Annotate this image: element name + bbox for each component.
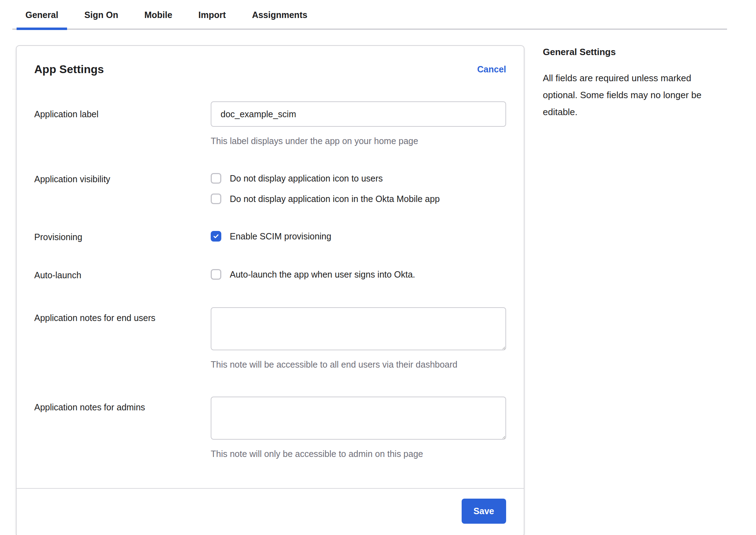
application-label-label: Application label: [34, 101, 211, 146]
form-row-application-visibility: Application visibility Do not display ap…: [34, 173, 506, 204]
visibility-users-option-label: Do not display application icon to users: [230, 173, 383, 184]
form-row-application-label: Application label This label displays un…: [34, 101, 506, 146]
auto-launch-option-label: Auto-launch the app when user signs into…: [230, 269, 415, 280]
application-label-input[interactable]: [211, 101, 506, 127]
tab-bar: General Sign On Mobile Import Assignment…: [12, 0, 727, 30]
enable-scim-option-label: Enable SCIM provisioning: [230, 231, 331, 242]
notes-admins-textarea[interactable]: [211, 397, 506, 440]
cancel-link[interactable]: Cancel: [477, 64, 506, 75]
checkbox-unchecked-icon[interactable]: [211, 173, 221, 184]
notes-admins-label: Application notes for admins: [34, 397, 211, 459]
form-row-auto-launch: Auto-launch Auto-launch the app when use…: [34, 269, 506, 280]
checkbox-checked-icon[interactable]: [211, 231, 221, 242]
save-button[interactable]: Save: [462, 499, 506, 524]
enable-scim-option[interactable]: Enable SCIM provisioning: [211, 231, 506, 242]
card-header: App Settings Cancel: [34, 63, 506, 76]
help-sidebar-body: All fields are required unless marked op…: [543, 70, 721, 120]
visibility-mobile-option[interactable]: Do not display application icon in the O…: [211, 194, 506, 204]
notes-end-users-help: This note will be accessible to all end …: [211, 359, 506, 370]
notes-end-users-label: Application notes for end users: [34, 307, 211, 370]
help-sidebar: General Settings All fields are required…: [543, 45, 726, 120]
tab-sign-on[interactable]: Sign On: [76, 10, 127, 29]
tab-assignments[interactable]: Assignments: [243, 10, 316, 29]
form-row-notes-end-users: Application notes for end users This not…: [34, 307, 506, 370]
page-content: App Settings Cancel Application label Th…: [16, 45, 756, 535]
form-row-notes-admins: Application notes for admins This note w…: [34, 397, 506, 459]
notes-admins-help: This note will only be accessible to adm…: [211, 449, 506, 459]
visibility-mobile-option-label: Do not display application icon in the O…: [230, 194, 440, 204]
checkbox-unchecked-icon[interactable]: [211, 269, 221, 280]
form-row-provisioning: Provisioning Enable SCIM provisioning: [34, 231, 506, 242]
auto-launch-label: Auto-launch: [34, 269, 211, 280]
provisioning-label: Provisioning: [34, 231, 211, 242]
tab-mobile[interactable]: Mobile: [136, 10, 181, 29]
checkbox-unchecked-icon[interactable]: [211, 194, 221, 204]
application-label-help: This label displays under the app on you…: [211, 136, 506, 146]
help-sidebar-title: General Settings: [543, 47, 726, 58]
tab-general[interactable]: General: [17, 10, 67, 29]
tab-import[interactable]: Import: [190, 10, 235, 29]
application-visibility-label: Application visibility: [34, 173, 211, 204]
notes-end-users-textarea[interactable]: [211, 307, 506, 350]
visibility-users-option[interactable]: Do not display application icon to users: [211, 173, 506, 184]
app-settings-card: App Settings Cancel Application label Th…: [16, 45, 524, 535]
auto-launch-option[interactable]: Auto-launch the app when user signs into…: [211, 269, 506, 280]
card-title: App Settings: [34, 63, 104, 76]
card-footer: Save: [17, 488, 524, 535]
